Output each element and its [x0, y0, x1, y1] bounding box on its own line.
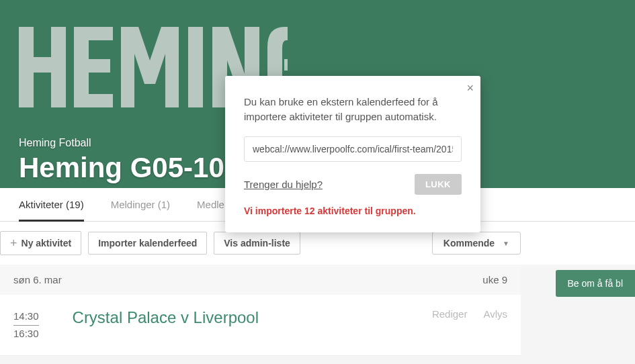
- event-end-time: 16:30: [13, 328, 39, 339]
- event-cancel-button[interactable]: Avlys: [483, 308, 507, 320]
- request-member-cta[interactable]: Be om å få bl: [556, 270, 636, 297]
- event-row: 14:30 16:30 Crystal Palace v Liverpool R…: [0, 295, 521, 356]
- close-button[interactable]: LUKK: [415, 174, 462, 195]
- week-label: uke 9: [482, 274, 507, 285]
- event-actions: Rediger Avlys: [432, 308, 507, 320]
- new-activity-button[interactable]: + Ny aktivitet: [0, 231, 81, 255]
- modal-description: Du kan bruke en ekstern kalenderfeed for…: [244, 95, 462, 124]
- activities-list: søn 6. mar uke 9 14:30 16:30 Crystal Pal…: [0, 265, 521, 356]
- event-start-time: 14:30: [13, 308, 39, 326]
- show-admin-button[interactable]: Vis admin-liste: [214, 232, 300, 255]
- new-activity-label: Ny aktivitet: [22, 238, 72, 248]
- modal-footer: Trenger du hjelp? LUKK: [244, 174, 462, 195]
- event-title[interactable]: Crystal Palace v Liverpool: [73, 308, 398, 327]
- help-link[interactable]: Trenger du hjelp?: [244, 179, 323, 190]
- day-label: søn 6. mar: [13, 274, 62, 285]
- event-edit-button[interactable]: Rediger: [432, 308, 468, 320]
- import-feed-button[interactable]: Importer kalenderfeed: [88, 232, 207, 255]
- feed-url-input[interactable]: [244, 136, 462, 162]
- tab-activities[interactable]: Aktiviteter (19): [19, 188, 84, 221]
- modal-close-icon[interactable]: ×: [466, 81, 474, 95]
- plus-icon: +: [10, 237, 17, 249]
- date-header-row: søn 6. mar uke 9: [0, 265, 521, 295]
- tab-messages[interactable]: Meldinger (1): [111, 188, 170, 221]
- event-time: 14:30 16:30: [13, 308, 39, 342]
- chevron-down-icon: ▼: [503, 240, 509, 247]
- filter-dropdown[interactable]: Kommende ▼: [432, 232, 521, 255]
- filter-label: Kommende: [443, 238, 495, 248]
- import-result-text: Vi importerte 12 aktiviteter til gruppen…: [244, 206, 462, 216]
- import-feed-modal: × Du kan bruke en ekstern kalenderfeed f…: [225, 76, 480, 232]
